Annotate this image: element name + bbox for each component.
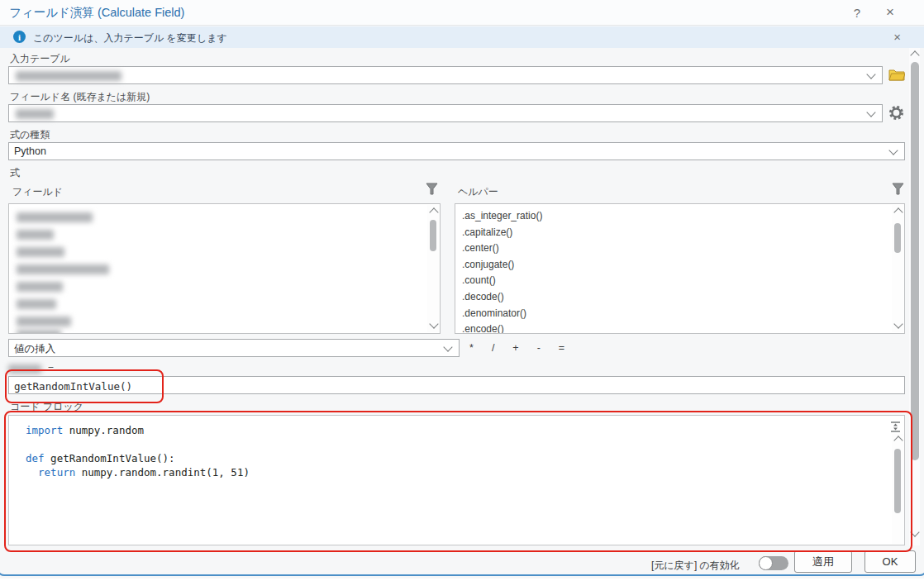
expression-type-combobox[interactable]: Python bbox=[8, 142, 905, 160]
expression-section-label: 式 bbox=[10, 166, 20, 180]
dialog-title: フィールド演算 (Calculate Field) bbox=[9, 5, 184, 21]
code-block-editor[interactable]: import numpy.random def getRandomIntValu… bbox=[8, 415, 905, 545]
scrollbar-thumb[interactable] bbox=[894, 449, 901, 513]
helper-item[interactable]: .count() bbox=[455, 273, 891, 289]
code-lines: import numpy.random def getRandomIntValu… bbox=[26, 423, 884, 479]
scroll-down-icon[interactable] bbox=[429, 319, 438, 328]
helper-item[interactable]: .denominator() bbox=[455, 306, 891, 322]
expression-type-label: 式の種類 bbox=[10, 128, 50, 142]
code-keyword: return bbox=[38, 466, 75, 479]
calculate-field-dialog: フィールド演算 (Calculate Field) ? × i このツールは、入… bbox=[0, 0, 924, 579]
op[interactable]: + bbox=[512, 342, 518, 354]
code-text: numpy.random.randint(1, 51) bbox=[75, 466, 250, 479]
undo-toggle-label: [元に戻す] の有効化 bbox=[651, 559, 740, 573]
code-line bbox=[26, 437, 884, 451]
info-bar: i このツールは、入力テーブル を変更します × bbox=[0, 26, 924, 48]
scroll-up-icon[interactable] bbox=[910, 50, 919, 60]
expression-type-value: Python bbox=[14, 145, 46, 157]
expression-value: getRandomIntValue() bbox=[14, 380, 132, 393]
splitter-resize-icon[interactable] bbox=[890, 421, 901, 433]
helpers-items: .as_integer_ratio().capitalize().center(… bbox=[455, 208, 891, 334]
helper-item[interactable]: .conjugate() bbox=[455, 257, 891, 274]
code-line: import numpy.random bbox=[26, 423, 884, 437]
info-icon: i bbox=[13, 31, 26, 43]
scrollbar-thumb[interactable] bbox=[911, 62, 919, 460]
helper-item[interactable]: .decode() bbox=[455, 289, 891, 306]
op[interactable]: - bbox=[537, 342, 541, 354]
redacted-field-row[interactable] bbox=[17, 299, 56, 309]
op[interactable]: = bbox=[559, 342, 564, 354]
filter-icon[interactable] bbox=[426, 183, 438, 196]
help-icon[interactable]: ? bbox=[848, 3, 866, 21]
redacted-field-row[interactable] bbox=[17, 282, 63, 292]
redacted-assignment-field bbox=[8, 364, 41, 374]
redacted-field-row[interactable] bbox=[17, 330, 61, 334]
browse-folder-icon[interactable] bbox=[888, 68, 905, 82]
helper-item[interactable]: .as_integer_ratio() bbox=[455, 208, 891, 225]
dialog-scrollbar[interactable] bbox=[909, 48, 920, 545]
redacted-input-table-value bbox=[16, 71, 121, 81]
gear-icon[interactable] bbox=[888, 105, 904, 121]
code-text: getRandomIntValue(): bbox=[45, 452, 175, 464]
chevron-down-icon[interactable] bbox=[866, 107, 875, 117]
code-block-label: コード ブロック bbox=[10, 400, 83, 414]
field-name-label: フィールド名 (既存または新規) bbox=[10, 90, 150, 104]
helper-item[interactable]: .center() bbox=[455, 240, 891, 257]
fields-list-label: フィールド bbox=[12, 185, 63, 199]
filter-icon[interactable] bbox=[892, 183, 904, 196]
code-keyword: def bbox=[26, 452, 45, 464]
screenshot-stage: フィールド演算 (Calculate Field) ? × i このツールは、入… bbox=[0, 0, 924, 581]
input-table-label: 入力テーブル bbox=[10, 52, 70, 66]
chevron-down-icon[interactable] bbox=[443, 342, 452, 351]
operator-buttons: */+-= bbox=[469, 342, 564, 354]
redacted-field-row[interactable] bbox=[17, 317, 71, 326]
info-message: このツールは、入力テーブル を変更します bbox=[33, 31, 227, 45]
insert-values-combobox[interactable]: 値の挿入 bbox=[8, 339, 460, 357]
helpers-list[interactable]: .as_integer_ratio().capitalize().center(… bbox=[455, 203, 905, 334]
op[interactable]: * bbox=[469, 342, 474, 354]
scroll-up-icon[interactable] bbox=[429, 207, 438, 217]
expression-input[interactable]: getRandomIntValue() bbox=[8, 376, 905, 394]
redacted-field-row[interactable] bbox=[17, 230, 54, 240]
insert-values-label: 値の挿入 bbox=[14, 342, 55, 356]
apply-button[interactable]: 適用 bbox=[794, 550, 852, 573]
field-name-combobox[interactable] bbox=[8, 104, 883, 122]
ok-button[interactable]: OK bbox=[864, 550, 916, 573]
assignment-equals: = bbox=[48, 363, 54, 374]
title-bar: フィールド演算 (Calculate Field) ? × bbox=[0, 0, 924, 26]
toggle-knob bbox=[759, 556, 773, 570]
close-icon[interactable]: × bbox=[893, 30, 901, 44]
code-text: numpy.random bbox=[63, 424, 144, 436]
helper-item[interactable]: .encode() bbox=[455, 321, 891, 334]
scroll-up-icon[interactable] bbox=[893, 436, 903, 445]
fields-list[interactable] bbox=[8, 203, 441, 334]
code-line: return numpy.random.randint(1, 51) bbox=[26, 465, 884, 479]
input-table-combobox[interactable] bbox=[8, 66, 883, 84]
code-block-scrollbar[interactable] bbox=[892, 434, 903, 544]
redacted-field-name-value bbox=[16, 109, 54, 119]
helpers-list-label: ヘルパー bbox=[458, 185, 498, 199]
scroll-down-icon[interactable] bbox=[910, 527, 919, 536]
code-text bbox=[26, 466, 38, 479]
op[interactable]: / bbox=[492, 342, 494, 354]
close-icon[interactable]: × bbox=[881, 3, 899, 21]
undo-toggle[interactable] bbox=[759, 556, 788, 570]
chevron-down-icon[interactable] bbox=[866, 69, 875, 79]
code-line: def getRandomIntValue(): bbox=[26, 451, 884, 465]
scrollbar-thumb[interactable] bbox=[430, 220, 436, 251]
helpers-list-scrollbar[interactable] bbox=[892, 205, 903, 332]
fields-list-scrollbar[interactable] bbox=[427, 205, 439, 332]
redacted-field-row[interactable] bbox=[17, 264, 109, 274]
chevron-down-icon[interactable] bbox=[888, 145, 898, 155]
redacted-field-row[interactable] bbox=[17, 247, 64, 257]
code-keyword: import bbox=[26, 424, 63, 436]
scroll-up-icon[interactable] bbox=[893, 207, 903, 217]
scrollbar-thumb[interactable] bbox=[894, 223, 901, 253]
helper-item[interactable]: .capitalize() bbox=[455, 225, 891, 241]
redacted-field-row[interactable] bbox=[17, 212, 93, 222]
scroll-down-icon[interactable] bbox=[893, 319, 903, 328]
